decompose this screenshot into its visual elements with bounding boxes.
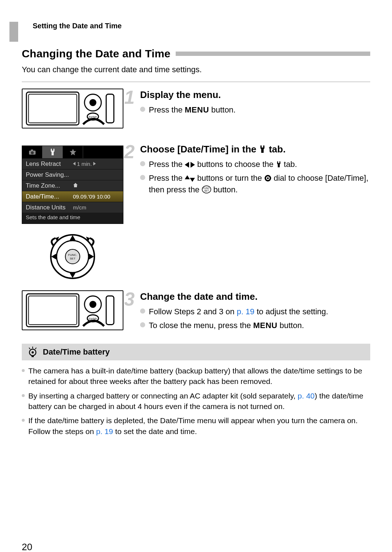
page-link-40[interactable]: p. 40 bbox=[298, 392, 315, 400]
tip-title: Date/Time battery bbox=[43, 347, 110, 357]
svg-rect-1 bbox=[29, 94, 77, 123]
text: to set the date and time. bbox=[113, 427, 197, 436]
svg-point-27 bbox=[267, 177, 269, 179]
menu-row-lens-retract: Lens Retract 1 min. bbox=[22, 158, 123, 169]
text: Choose [Date/Time] in the bbox=[140, 144, 259, 155]
svg-rect-6 bbox=[106, 94, 114, 123]
func-set-button-icon: FUNC.SET bbox=[202, 185, 211, 193]
menu-tab-camera bbox=[22, 146, 42, 158]
text: button. bbox=[209, 105, 236, 114]
tip-bullet-2: By inserting a charged battery or connec… bbox=[22, 391, 370, 412]
svg-marker-22 bbox=[191, 162, 195, 168]
text: tab. bbox=[266, 144, 285, 155]
menu-row-power-saving: Power Saving... bbox=[22, 169, 123, 180]
menu-label: Power Saving... bbox=[26, 171, 73, 179]
text: tab. bbox=[282, 160, 297, 169]
tools-tab-icon bbox=[276, 161, 282, 168]
menu-label: Distance Units bbox=[26, 204, 73, 211]
bullet-dot bbox=[22, 394, 25, 397]
tip-header: Date/Time battery bbox=[22, 344, 370, 360]
illustration-menu-screen: Lens Retract 1 min. Power Saving... Time… bbox=[22, 143, 123, 226]
menu-label: Date/Time... bbox=[26, 193, 73, 200]
menu-button-label: MENU bbox=[253, 321, 277, 330]
svg-text:FUNC.: FUNC. bbox=[203, 187, 210, 189]
svg-line-40 bbox=[35, 348, 36, 349]
menu-row-time-zone: Time Zone... bbox=[22, 180, 123, 191]
text: By inserting a charged battery or connec… bbox=[28, 392, 298, 400]
right-arrow-icon bbox=[93, 162, 96, 165]
menu-label: Lens Retract bbox=[26, 160, 73, 168]
step3-bullet2: To close the menu, press the MENU button… bbox=[140, 320, 370, 331]
section-title: Changing the Date and Time bbox=[22, 48, 171, 60]
text: Press the bbox=[149, 160, 185, 169]
menu-value: 1 min. bbox=[77, 161, 92, 167]
menu-row-date-time: Date/Time... 09.09.'09 10:00 bbox=[22, 191, 123, 202]
text: Follow Steps 2 and 3 on bbox=[149, 307, 237, 316]
menu-footer: Sets the date and time bbox=[22, 213, 123, 224]
svg-text:SET: SET bbox=[204, 189, 209, 192]
bullet-dot bbox=[22, 419, 25, 422]
text: button. bbox=[211, 185, 238, 194]
home-icon bbox=[73, 183, 78, 188]
illustration-camera-back-1: DISP. bbox=[22, 89, 123, 128]
svg-point-3 bbox=[89, 99, 96, 106]
text: to adjust the setting. bbox=[254, 307, 328, 316]
step-title-1: Display the menu. bbox=[140, 89, 370, 101]
svg-marker-24 bbox=[190, 178, 195, 182]
svg-point-12 bbox=[65, 249, 80, 264]
step-number-2: 2 bbox=[124, 141, 135, 163]
text: button. bbox=[277, 321, 304, 330]
bullet-dot bbox=[140, 322, 145, 327]
svg-text:FUNC.: FUNC. bbox=[68, 253, 77, 257]
text: Press the bbox=[149, 173, 185, 183]
step-title-3: Change the date and time. bbox=[140, 291, 370, 302]
page-side-tab bbox=[9, 22, 18, 42]
menu-value bbox=[73, 183, 119, 189]
running-header: Setting the Date and Time bbox=[33, 22, 370, 30]
menu-tab-star bbox=[63, 146, 83, 158]
tip-bullet-3: If the date/time battery is depleted, th… bbox=[22, 415, 370, 437]
bullet-dot bbox=[140, 161, 145, 166]
section-rule bbox=[176, 52, 370, 56]
step2-bullet1: Press the buttons to choose the tab. bbox=[140, 159, 370, 170]
menu-value: 09.09.'09 10:00 bbox=[73, 193, 119, 200]
svg-point-9 bbox=[31, 151, 34, 154]
step-number-1: 1 bbox=[124, 86, 135, 108]
svg-rect-32 bbox=[29, 296, 77, 324]
lightbulb-icon bbox=[28, 347, 38, 357]
page-link-19b[interactable]: p. 19 bbox=[96, 427, 113, 436]
svg-point-43 bbox=[32, 351, 34, 353]
svg-rect-42 bbox=[32, 355, 34, 357]
text: The camera has a built-in date/time batt… bbox=[28, 365, 370, 387]
divider bbox=[22, 82, 370, 82]
step2-bullet2: Press the buttons or turn the dial to ch… bbox=[140, 172, 370, 196]
menu-row-distance-units: Distance Units m/cm bbox=[22, 202, 123, 213]
step3-bullet1: Follow Steps 2 and 3 on p. 19 to adjust … bbox=[140, 306, 370, 318]
menu-label: Time Zone... bbox=[26, 182, 73, 189]
illustration-control-dial: FUNC. SET bbox=[22, 233, 123, 280]
svg-rect-8 bbox=[31, 150, 33, 151]
bullet-dot bbox=[140, 175, 145, 180]
svg-line-39 bbox=[29, 348, 30, 349]
tip-bullet-1: The camera has a built-in date/time batt… bbox=[22, 365, 370, 387]
step1-bullet1: Press the MENU button. bbox=[140, 104, 370, 116]
svg-marker-23 bbox=[185, 175, 190, 179]
bullet-dot bbox=[140, 308, 145, 314]
left-right-arrows-icon bbox=[185, 161, 195, 168]
up-down-arrows-icon bbox=[185, 175, 195, 182]
step-number-3: 3 bbox=[124, 288, 135, 310]
menu-button-label: MENU bbox=[185, 105, 209, 114]
svg-rect-37 bbox=[106, 296, 114, 324]
svg-marker-21 bbox=[185, 162, 189, 168]
svg-text:SET: SET bbox=[70, 257, 75, 260]
page-number: 20 bbox=[22, 541, 32, 552]
text: buttons to choose the bbox=[195, 160, 276, 169]
control-dial-icon bbox=[264, 175, 271, 182]
bullet-dot bbox=[22, 369, 25, 372]
menu-tab-tools bbox=[42, 146, 63, 158]
page-link-19[interactable]: p. 19 bbox=[237, 307, 254, 316]
bullet-dot bbox=[140, 107, 145, 112]
text: Press the bbox=[149, 105, 185, 114]
step-title-2: Choose [Date/Time] in the tab. bbox=[140, 144, 370, 155]
left-arrow-icon bbox=[73, 162, 75, 165]
